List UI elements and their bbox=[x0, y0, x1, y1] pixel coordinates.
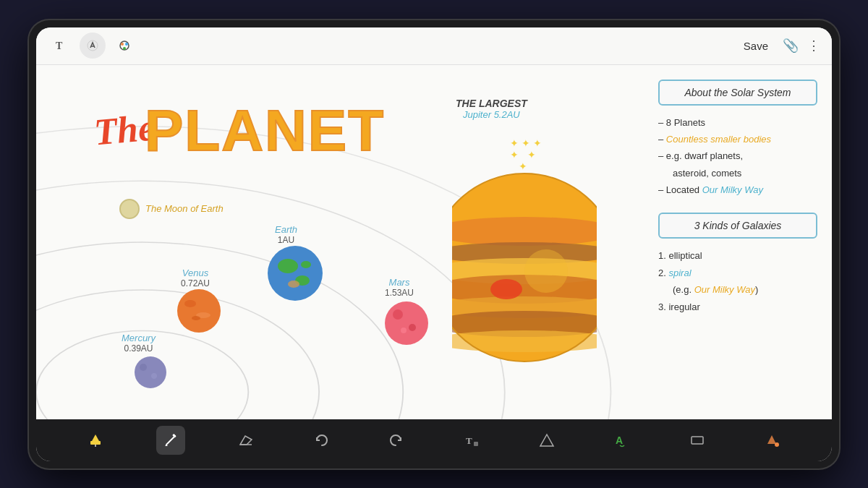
svg-point-14 bbox=[151, 373, 157, 379]
mercury-planet bbox=[132, 354, 169, 390]
pen-tool-bottom[interactable] bbox=[156, 426, 185, 455]
toolbar-right: Save 📎 ⋮ bbox=[738, 37, 820, 55]
countless-bodies-text: Countless smaller bodies bbox=[666, 134, 771, 145]
earth-label: Earth 1AU bbox=[275, 224, 297, 245]
shape-tool[interactable] bbox=[532, 426, 561, 455]
svg-point-19 bbox=[268, 246, 323, 301]
highlighter-tool[interactable] bbox=[81, 426, 110, 455]
galaxy-item-2: 2. spiral bbox=[658, 265, 817, 281]
earth-planet bbox=[266, 244, 324, 302]
about-item-3b: asteroid, comets bbox=[658, 165, 817, 181]
svg-rect-39 bbox=[90, 441, 101, 445]
moon-text: The Moon of Earth bbox=[145, 203, 224, 214]
undo-tool[interactable] bbox=[307, 426, 336, 455]
svg-point-35 bbox=[452, 330, 597, 352]
svg-point-25 bbox=[393, 309, 403, 320]
about-item-3: – e.g. dwarf planets, bbox=[658, 147, 817, 164]
galaxies-box: 3 Kinds of Galaxies bbox=[658, 213, 817, 239]
svg-text:A: A bbox=[616, 435, 623, 446]
galaxies-title: 3 Kinds of Galaxies bbox=[668, 220, 807, 231]
sun-rays: ✦ ✦ ✦✦ ✦ ✦ bbox=[510, 137, 542, 172]
svg-point-29 bbox=[452, 217, 597, 246]
attach-icon[interactable]: 📎 bbox=[783, 38, 799, 53]
svg-point-26 bbox=[409, 324, 416, 331]
largest-box: THE LARGEST Jupiter 5.2AU bbox=[456, 98, 527, 120]
mercury-label: Mercury 0.39AU bbox=[122, 333, 156, 354]
venus-planet bbox=[176, 288, 222, 334]
svg-text:T: T bbox=[56, 40, 63, 51]
svg-rect-48 bbox=[474, 442, 478, 446]
svg-point-6 bbox=[123, 47, 126, 50]
about-solar-system-box: About the Solar System bbox=[658, 80, 817, 106]
redo-tool[interactable] bbox=[382, 426, 411, 455]
svg-marker-40 bbox=[92, 435, 99, 441]
svg-line-42 bbox=[166, 436, 175, 445]
about-title: About the Solar System bbox=[668, 87, 807, 98]
text-tool-button[interactable]: T bbox=[48, 33, 74, 59]
text-insert-tool[interactable]: T bbox=[457, 426, 486, 455]
svg-rect-41 bbox=[95, 445, 96, 447]
moon-circle-icon bbox=[119, 199, 140, 219]
svg-point-37 bbox=[524, 249, 568, 293]
about-item-1: – 8 Planets bbox=[658, 114, 817, 131]
milky-way-text-2: Our Milky Way bbox=[694, 284, 755, 295]
largest-sub: Jupiter 5.2AU bbox=[456, 109, 527, 120]
svg-point-5 bbox=[125, 43, 128, 46]
svg-point-27 bbox=[401, 328, 407, 333]
title-planet: PLANET bbox=[145, 98, 385, 164]
tablet-device: T Save 📎 ⋮ bbox=[29, 20, 839, 468]
tablet-screen: T Save 📎 ⋮ bbox=[36, 27, 832, 461]
svg-marker-49 bbox=[540, 435, 553, 446]
largest-heading: THE LARGEST bbox=[456, 98, 527, 109]
more-options-icon[interactable]: ⋮ bbox=[807, 38, 820, 53]
svg-point-23 bbox=[301, 261, 311, 268]
eraser-tool[interactable] bbox=[231, 426, 260, 455]
moon-label: The Moon of Earth bbox=[119, 199, 224, 219]
svg-point-18 bbox=[192, 316, 200, 320]
svg-point-15 bbox=[177, 289, 221, 333]
fill-tool[interactable] bbox=[758, 426, 787, 455]
svg-point-20 bbox=[278, 259, 298, 273]
about-item-2: – Countless smaller bodies bbox=[658, 131, 817, 147]
galaxy-item-2b: (e.g. Our Milky Way) bbox=[658, 281, 817, 298]
venus-label: Venus 0.72AU bbox=[181, 267, 210, 288]
svg-marker-45 bbox=[240, 436, 252, 445]
svg-point-24 bbox=[385, 301, 428, 345]
svg-point-36 bbox=[490, 279, 522, 299]
svg-text:T: T bbox=[466, 435, 472, 446]
spell-check-tool[interactable]: A bbox=[608, 426, 637, 455]
svg-point-13 bbox=[140, 364, 147, 371]
svg-marker-43 bbox=[165, 445, 168, 446]
milky-way-text-1: Our Milky Way bbox=[702, 184, 763, 195]
galaxy-item-1: 1. elliptical bbox=[658, 247, 817, 264]
rectangle-tool[interactable] bbox=[683, 426, 712, 455]
svg-point-4 bbox=[121, 43, 124, 46]
toolbar-bottom: T A bbox=[36, 419, 832, 461]
svg-point-22 bbox=[288, 281, 299, 288]
mars-label: Mars 1.53AU bbox=[385, 277, 414, 298]
about-list: – 8 Planets – Countless smaller bodies –… bbox=[658, 114, 817, 199]
jupiter-planet bbox=[452, 159, 597, 376]
mars-planet bbox=[383, 300, 430, 347]
svg-rect-51 bbox=[692, 437, 703, 444]
spiral-text: spiral bbox=[668, 267, 691, 278]
save-button[interactable]: Save bbox=[738, 37, 774, 55]
pen-tool-button[interactable] bbox=[80, 33, 106, 59]
svg-point-52 bbox=[775, 442, 779, 447]
svg-point-12 bbox=[135, 356, 166, 388]
right-panel: About the Solar System – 8 Planets – Cou… bbox=[658, 80, 817, 316]
canvas-area[interactable]: The PLANET The Moon of Earth Mercury 0.3… bbox=[36, 65, 832, 419]
toolbar-top: T Save 📎 ⋮ bbox=[36, 27, 832, 65]
palette-tool-button[interactable] bbox=[111, 33, 137, 59]
svg-point-16 bbox=[184, 300, 196, 307]
about-item-4: – Located Our Milky Way bbox=[658, 181, 817, 198]
galaxy-item-3: 3. iregular bbox=[658, 299, 817, 315]
galaxies-list: 1. elliptical 2. spiral (e.g. Our Milky … bbox=[658, 247, 817, 315]
